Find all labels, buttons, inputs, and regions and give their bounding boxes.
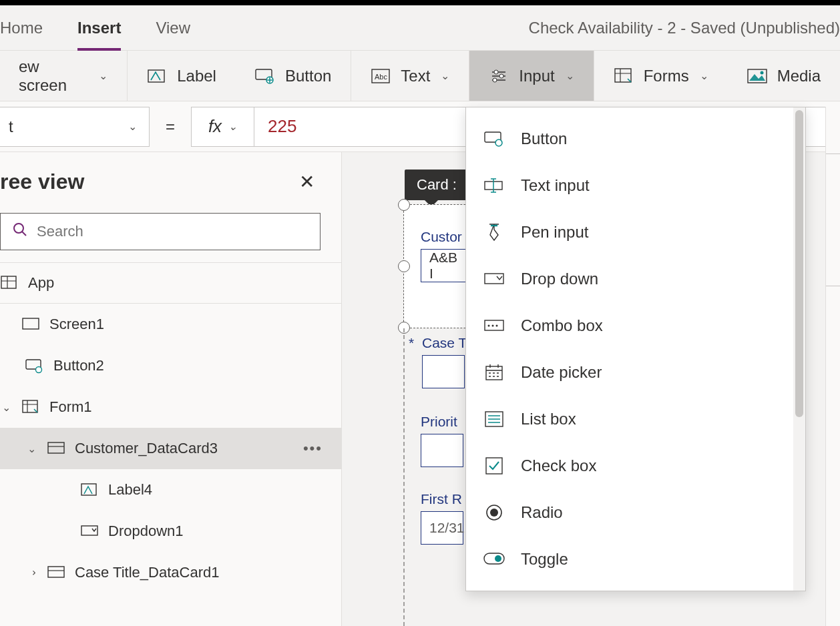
media-label: Media [777, 67, 821, 85]
menu-item-date-picker[interactable]: Date picker [466, 349, 793, 396]
svg-point-11 [14, 224, 23, 233]
forms-menu-button[interactable]: Forms ⌄ [594, 51, 728, 101]
expand-icon[interactable]: ⌄ [25, 567, 38, 579]
expand-icon[interactable]: ⌄ [25, 442, 37, 455]
menu-item-drop-down[interactable]: Drop down [466, 256, 793, 302]
pen-input-icon [483, 223, 505, 242]
button-button[interactable]: Button [236, 51, 351, 101]
svg-point-15 [36, 367, 42, 373]
tree-node-dropdown1[interactable]: Dropdown1 [0, 511, 341, 552]
canvas-field-casetitle[interactable]: Case T [422, 335, 467, 388]
menu-item-button[interactable]: Button [466, 115, 793, 162]
field-input[interactable] [422, 355, 465, 388]
canvas-field-priority[interactable]: Priorit [421, 414, 463, 467]
field-input[interactable] [421, 434, 463, 467]
ribbon: ew screen ⌄ Label Button Abc Text ⌄ Inpu… [0, 51, 840, 101]
button-icon [483, 129, 505, 148]
text-icon: Abc [370, 67, 391, 85]
menu-item-text-input[interactable]: Text input [466, 162, 793, 209]
menu-item-combo-box[interactable]: Combo box [466, 302, 793, 349]
property-selector[interactable]: t ⌄ [0, 107, 150, 147]
chevron-down-icon: ⌄ [128, 120, 137, 133]
svg-rect-25 [485, 320, 503, 330]
tree-node-label: Form1 [49, 398, 92, 416]
app-title: Check Availability - 2 - Saved (Unpublis… [529, 19, 840, 37]
datacard-icon [47, 441, 65, 456]
formula-value: 225 [268, 116, 296, 137]
media-menu-button[interactable]: Media [728, 51, 840, 101]
close-icon[interactable]: ✕ [291, 166, 323, 198]
search-field[interactable] [37, 223, 308, 240]
label-text: Label [177, 67, 216, 85]
svg-point-27 [492, 325, 494, 327]
toggle-icon [483, 550, 505, 569]
text-label: Text [401, 67, 430, 85]
svg-point-6 [499, 74, 503, 78]
tab-home[interactable]: Home [0, 5, 60, 50]
menu-item-label: Radio [521, 503, 563, 522]
command-tabs: Home Insert View Check Availability - 2 … [0, 5, 840, 51]
tree-node-label: App [28, 274, 54, 292]
menu-item-pen-input[interactable]: Pen input [466, 209, 793, 256]
svg-point-5 [494, 70, 498, 74]
svg-point-10 [760, 71, 763, 74]
tree-node-casetitle-datacard1[interactable]: ⌄ Case Title_DataCard1 [0, 552, 341, 593]
new-screen-button[interactable]: ew screen ⌄ [0, 51, 127, 101]
menu-item-check-box[interactable]: Check box [466, 442, 793, 489]
menu-item-list-box[interactable]: List box [466, 396, 793, 442]
canvas-field-customer[interactable]: Custor A&B I [421, 229, 467, 282]
menu-item-label: Pen input [521, 223, 588, 242]
tree-node-label: Dropdown1 [108, 523, 184, 540]
menu-item-label: Combo box [521, 316, 603, 335]
tree-node-customer-datacard3[interactable]: ⌄ Customer_DataCard3 ••• [0, 428, 341, 469]
tree-node-label4[interactable]: Label4 [0, 469, 341, 511]
resize-handle[interactable] [398, 199, 410, 211]
tab-view[interactable]: View [138, 5, 208, 50]
tab-insert[interactable]: Insert [60, 5, 138, 50]
dropdown-icon [80, 524, 99, 539]
equals-sign: = [150, 117, 191, 136]
radio-icon [483, 503, 505, 522]
chevron-down-icon: ⌄ [228, 120, 237, 133]
resize-handle[interactable] [398, 260, 410, 272]
tree-view-panel: ree view ✕ App ⌄ [0, 152, 342, 626]
tree-node-form1[interactable]: ⌄ Form1 [0, 386, 341, 428]
label-button[interactable]: Label [128, 51, 236, 101]
search-icon [13, 222, 27, 241]
svg-point-28 [496, 325, 498, 327]
dropdown-scrollbar[interactable] [793, 107, 805, 591]
screen-icon [21, 317, 40, 332]
app-icon [0, 276, 19, 290]
forms-label: Forms [644, 67, 689, 85]
tree-node-screen1[interactable]: ⌄ Screen1 [0, 304, 341, 345]
datacard-icon [47, 565, 65, 580]
search-input[interactable] [0, 213, 321, 250]
combobox-icon [483, 316, 505, 335]
button-icon [25, 358, 44, 373]
fx-button[interactable]: fx ⌄ [191, 107, 254, 147]
expand-icon[interactable]: ⌄ [0, 401, 12, 414]
chevron-down-icon: ⌄ [441, 69, 449, 82]
more-options-icon[interactable]: ••• [303, 440, 323, 457]
required-mark: * [409, 335, 414, 351]
menu-item-toggle[interactable]: Toggle [466, 536, 793, 583]
tree-node-label: Screen1 [49, 316, 104, 333]
svg-point-33 [490, 509, 498, 517]
label-icon [146, 67, 168, 85]
field-label: Priorit [421, 414, 463, 430]
scrollbar-thumb[interactable] [795, 110, 803, 417]
button-text: Button [285, 67, 331, 85]
canvas-field-first-r[interactable]: First R 12/31 [421, 491, 463, 545]
input-dropdown-menu: Button Text input Pen input Drop down Co… [465, 107, 806, 591]
tree-node-app[interactable]: App [0, 262, 341, 304]
tree-node-button2[interactable]: Button2 [0, 345, 341, 386]
field-input[interactable]: 12/31 [421, 511, 463, 545]
field-input[interactable]: A&B I [421, 249, 467, 282]
input-menu-button[interactable]: Input ⌄ [469, 51, 593, 101]
svg-point-7 [493, 78, 497, 82]
chevron-down-icon: ⌄ [99, 69, 108, 82]
menu-item-radio[interactable]: Radio [466, 489, 793, 536]
text-menu-button[interactable]: Abc Text ⌄ [351, 51, 469, 101]
dropdown-icon [483, 270, 505, 288]
window-top-border [0, 0, 840, 5]
